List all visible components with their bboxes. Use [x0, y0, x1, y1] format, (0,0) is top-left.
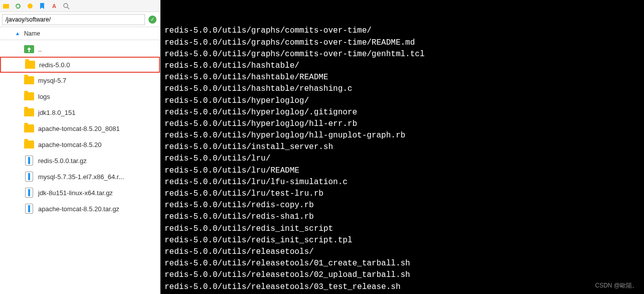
folder-icon [24, 92, 34, 100]
folder-icon [24, 108, 34, 116]
search-icon[interactable] [62, 2, 70, 10]
svg-point-3 [64, 4, 68, 8]
archive-item[interactable]: apache-tomcat-8.5.20.tar.gz [0, 201, 160, 217]
archive-icon [25, 204, 33, 214]
folder-icon [24, 124, 34, 132]
folder-up-icon [24, 45, 34, 53]
file-browser-panel: A ✓ ▲ Name .. redis-5.0.0mysql-5.7logsjd… [0, 0, 160, 294]
path-bar: ✓ [0, 12, 160, 27]
item-label: apache-tomcat-8.5.20 [38, 141, 101, 149]
refresh-icon[interactable] [14, 2, 22, 10]
path-input[interactable] [2, 14, 145, 25]
folder-icon [25, 61, 35, 69]
item-label: mysql-5.7 [38, 77, 66, 84]
folder-item[interactable]: jdk1.8.0_151 [0, 104, 160, 120]
toolbar-icon-1[interactable] [2, 2, 10, 10]
item-label: redis-5.0.0 [39, 61, 70, 69]
folder-item[interactable]: logs [0, 88, 160, 104]
sort-arrow-icon: ▲ [15, 31, 20, 36]
item-label: logs [38, 93, 50, 100]
archive-item[interactable]: mysql-5.7.35-1.el7.x86_64.r... [0, 169, 160, 185]
folder-item[interactable]: apache-tomcat-8.5.20 [0, 136, 160, 153]
toolbar-icon-3[interactable] [26, 2, 34, 10]
toolbar: A [0, 0, 160, 12]
archive-item[interactable]: redis-5.0.0.tar.gz [0, 153, 160, 169]
svg-line-4 [67, 7, 69, 9]
item-label: apache-tomcat-8.5.20.tar.gz [38, 205, 119, 213]
archive-item[interactable]: jdk-8u151-linux-x64.tar.gz [0, 185, 160, 201]
item-label: apache-tomcat-8.5.20_8081 [38, 125, 120, 132]
a-icon[interactable]: A [50, 2, 58, 10]
folder-item[interactable]: mysql-5.7 [0, 72, 160, 88]
watermark: CSDN @歐陽。 [595, 281, 638, 290]
bookmark-icon[interactable] [38, 2, 46, 10]
item-label: jdk-8u151-linux-x64.tar.gz [38, 189, 113, 197]
terminal-output[interactable]: redis-5.0.0/utils/graphs/commits-over-ti… [160, 0, 644, 294]
folder-item[interactable]: redis-5.0.0 [0, 57, 160, 73]
file-tree: .. redis-5.0.0mysql-5.7logsjdk1.8.0_151a… [0, 40, 160, 294]
parent-dir-item[interactable]: .. [0, 41, 160, 57]
item-label: mysql-5.7.35-1.el7.x86_64.r... [38, 173, 124, 181]
archive-icon [25, 188, 33, 198]
item-label: redis-5.0.0.tar.gz [38, 157, 87, 165]
folder-icon [24, 76, 34, 84]
archive-icon [25, 156, 33, 166]
column-header[interactable]: ▲ Name [0, 27, 160, 40]
svg-text:A: A [52, 3, 56, 9]
svg-point-1 [28, 4, 33, 9]
name-header: Name [24, 30, 40, 37]
folder-item[interactable]: apache-tomcat-8.5.20_8081 [0, 120, 160, 136]
status-ok-icon: ✓ [147, 14, 158, 25]
svg-rect-0 [3, 4, 9, 9]
folder-icon [24, 140, 34, 149]
archive-icon [25, 172, 33, 182]
item-label: jdk1.8.0_151 [38, 109, 75, 116]
parent-dir-label: .. [38, 46, 42, 53]
